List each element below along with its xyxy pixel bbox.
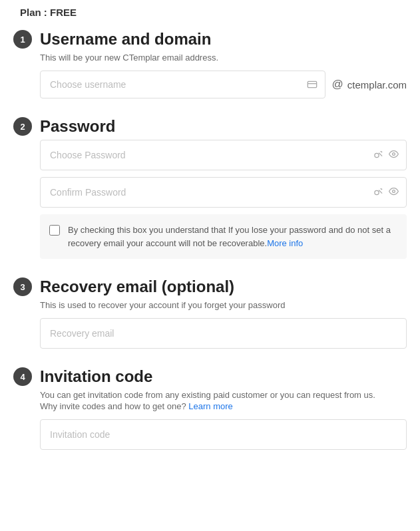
section-username: 1 Username and domain This will be your … [13, 30, 407, 98]
password-key-icon [373, 149, 383, 161]
domain-label: @ ctemplar.com [332, 78, 407, 91]
password-input-wrapper [40, 140, 407, 170]
step-badge-3: 3 [13, 277, 32, 296]
section-desc-3: This is used to recover your account if … [13, 300, 407, 310]
plan-label: Plan : FREE [20, 7, 77, 18]
confirm-key-icon [373, 186, 383, 198]
learn-more-link[interactable]: Learn more [188, 401, 232, 411]
confirm-password-input[interactable] [40, 177, 407, 208]
username-input[interactable] [40, 71, 325, 98]
section-recovery: 3 Recovery email (optional) This is used… [13, 277, 407, 349]
recovery-email-wrapper [40, 318, 407, 349]
recovery-email-input[interactable] [40, 318, 407, 349]
recovery-warning-text: By checking this box you understand that… [68, 224, 397, 250]
section-invitation: 4 Invitation code You can get invitation… [13, 367, 407, 450]
svg-point-3 [393, 153, 395, 156]
domain-text: ctemplar.com [347, 79, 407, 90]
step-badge-4: 4 [13, 367, 32, 386]
card-icon [307, 79, 317, 90]
step-badge-2: 2 [13, 117, 32, 136]
invitation-code-wrapper [40, 419, 407, 450]
recovery-warning-box: By checking this box you understand that… [40, 214, 407, 259]
invitation-code-input[interactable] [40, 419, 407, 450]
confirm-eye-icon[interactable] [389, 186, 399, 198]
svg-rect-0 [308, 81, 316, 87]
section-title-3: Recovery email (optional) [40, 277, 234, 296]
password-eye-icon[interactable] [389, 149, 399, 161]
svg-point-5 [393, 190, 395, 193]
more-info-link[interactable]: More info [267, 238, 303, 248]
password-input[interactable] [40, 140, 407, 170]
section-title-2: Password [40, 117, 115, 136]
plan-header: Plan : FREE [13, 7, 407, 18]
section-password: 2 Password [13, 117, 407, 259]
section-desc-1: This will be your new CTemplar email add… [13, 53, 407, 63]
section-title-4: Invitation code [40, 367, 152, 386]
confirm-password-input-wrapper [40, 177, 407, 208]
section-desc-4: You can get invitation code from any exi… [13, 390, 407, 411]
section-title-1: Username and domain [40, 30, 211, 49]
step-badge-1: 1 [13, 30, 32, 49]
svg-point-2 [375, 153, 379, 157]
recovery-checkbox[interactable] [49, 225, 60, 236]
svg-point-4 [375, 190, 379, 194]
username-input-wrapper [40, 71, 325, 98]
